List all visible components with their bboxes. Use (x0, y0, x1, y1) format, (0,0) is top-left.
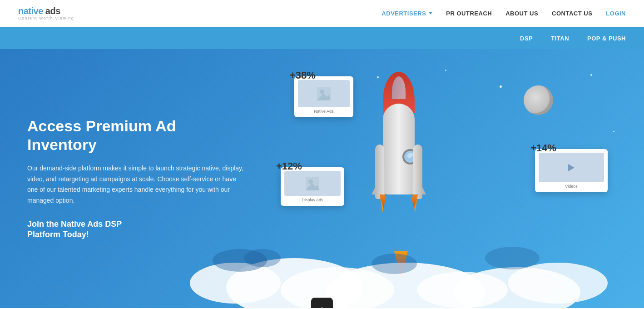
display-ads-label: Display Ads (302, 198, 323, 202)
play-icon (568, 164, 575, 171)
logo[interactable]: native ads Content Worth Viewing (18, 6, 74, 20)
hero-description: Our demand-side platform makes it simple… (27, 163, 245, 206)
hero-section: Access Premium Ad Inventory Our demand-s… (0, 49, 644, 308)
rocket-window-inner (406, 152, 414, 159)
videos-label: Videos (565, 184, 577, 189)
hero-title: Access Premium Ad Inventory (27, 117, 245, 154)
hero-scene: +38% Native Ads +12% Display Ads (281, 49, 644, 308)
rocket-nose-inner (392, 76, 406, 99)
native-ads-badge: +38% (290, 70, 316, 81)
display-ads-image (284, 171, 341, 196)
chevron-up-icon (317, 303, 327, 308)
display-ads-badge: +12% (276, 160, 302, 172)
subnav-dsp[interactable]: DSP (520, 35, 533, 42)
rocket-illustration (372, 72, 426, 254)
nav-login[interactable]: LOGIN (606, 10, 626, 17)
native-ads-card: +38% Native Ads (294, 76, 353, 117)
booster-right (413, 145, 422, 199)
main-header: native ads Content Worth Viewing ADVERTI… (0, 0, 644, 27)
videos-badge: +14% (530, 142, 556, 154)
nav-about-us[interactable]: ABOUT US (505, 10, 538, 17)
booster-left (375, 145, 384, 199)
chevron-down-icon (429, 12, 432, 15)
video-thumbnail (539, 153, 604, 182)
nav-pr-outreach[interactable]: PR OUTREACH (446, 10, 492, 17)
hero-cta: Join the Native Ads DSPPlatform Today! (27, 219, 245, 240)
moon-decoration (524, 85, 553, 115)
logo-tagline: Content Worth Viewing (18, 16, 74, 20)
main-nav: ADVERTISERS PR OUTREACH ABOUT US CONTACT… (381, 10, 626, 17)
hero-content: Access Premium Ad Inventory Our demand-s… (0, 90, 272, 268)
scroll-up-button[interactable] (311, 298, 333, 308)
rocket-body (383, 104, 415, 194)
display-ads-card: +12% Display Ads (281, 167, 344, 206)
native-ads-image (298, 80, 350, 107)
logo-text: native ads (18, 6, 74, 15)
videos-card: +14% Videos (535, 149, 608, 192)
subnav-pop-push[interactable]: POP & PUSH (587, 35, 626, 42)
native-ads-label: Native Ads (314, 109, 333, 114)
subnav-titan[interactable]: TITAN (551, 35, 569, 42)
sub-navigation: DSP TITAN POP & PUSH (0, 27, 644, 49)
nav-advertisers[interactable]: ADVERTISERS (381, 10, 432, 17)
nav-contact-us[interactable]: CONTACT US (552, 10, 592, 17)
